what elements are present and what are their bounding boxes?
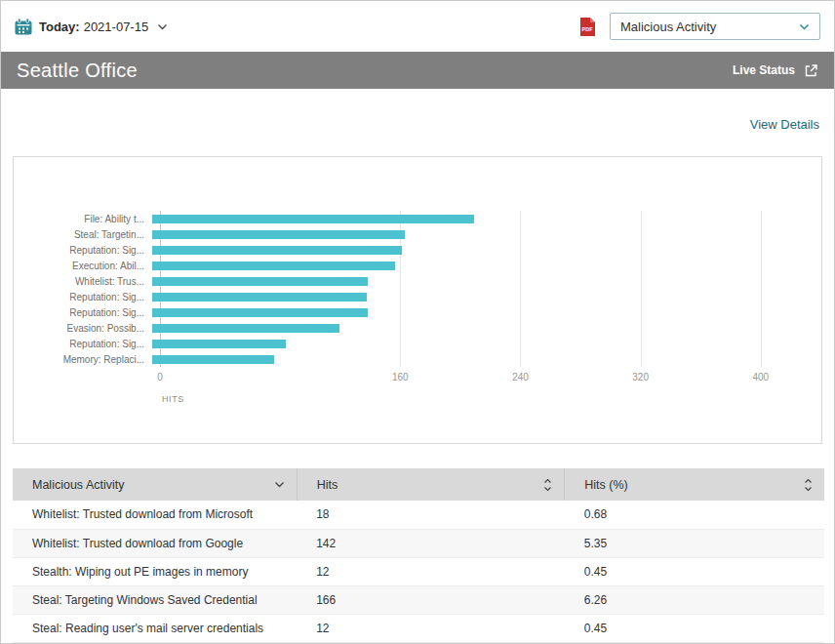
column-header-label: Malicious Activity <box>32 478 124 492</box>
bar-category-label: File: Ability t... <box>14 214 152 224</box>
hits-bar[interactable] <box>152 262 395 270</box>
bar-track <box>152 246 806 255</box>
cell-hits-pct: 5.35 <box>565 529 824 557</box>
x-axis-ticks: 0160240320400 <box>160 372 806 384</box>
pdf-export-icon[interactable]: PDF <box>579 17 596 37</box>
table-row: Whitelist: Trusted download from Google1… <box>13 529 824 557</box>
table-header: Malicious ActivityHitsHits (%) <box>13 468 824 501</box>
cell-hits: 166 <box>297 585 565 614</box>
x-tick-label: 160 <box>392 372 409 382</box>
table-column-header[interactable]: Hits (%) <box>565 468 824 501</box>
office-header: Seattle Office Live Status <box>1 52 834 89</box>
hits-bar[interactable] <box>152 277 368 286</box>
bar-track <box>152 277 806 286</box>
cell-activity: Whitelist: Trusted download from Microso… <box>13 501 297 529</box>
table-row: Whitelist: Trusted download from Microso… <box>13 501 824 529</box>
today-label: Today: <box>39 20 80 34</box>
cell-hits: 142 <box>297 529 565 557</box>
table-row: Stealth: Wiping out PE images in memory1… <box>13 557 824 585</box>
x-axis-label: HITS <box>162 394 184 404</box>
date-value: 2021-07-15 <box>84 20 149 34</box>
chevron-down-icon <box>157 23 168 30</box>
cell-hits-pct: 0.68 <box>565 501 824 529</box>
bar-category-label: Reputation: Sig... <box>14 339 152 349</box>
bar-category-label: Steal: Targetin... <box>14 229 152 240</box>
page-title: Seattle Office <box>17 60 138 82</box>
column-header-label: Hits (%) <box>584 478 627 492</box>
hits-bar-chart-panel: File: Ability t...Steal: Targetin...Repu… <box>13 156 822 444</box>
table-column-header[interactable]: Malicious Activity <box>13 468 297 501</box>
chart-bar-row: Reputation: Sig... <box>14 304 806 320</box>
view-details-link[interactable]: View Details <box>750 117 819 132</box>
bar-track <box>152 340 806 348</box>
calendar-icon <box>15 19 32 35</box>
bar-category-label: Reputation: Sig... <box>14 245 152 256</box>
dashboard-page: Today: 2021-07-15 PDF Malicious Activity <box>0 0 835 644</box>
bar-track <box>152 355 806 364</box>
bar-category-label: Evasion: Possib... <box>14 323 152 334</box>
cell-hits-pct: 0.45 <box>565 614 824 642</box>
x-tick-label: 400 <box>752 372 769 382</box>
column-header-label: Hits <box>317 478 338 492</box>
table-row: Steal: Reading user's mail server creden… <box>13 614 824 642</box>
bar-track <box>152 215 806 223</box>
malicious-activity-table: Malicious ActivityHitsHits (%) Whitelist… <box>13 468 824 643</box>
dropdown-selected-value: Malicious Activity <box>620 20 716 34</box>
hits-bar[interactable] <box>152 293 367 302</box>
hits-bar[interactable] <box>152 246 402 255</box>
chart-bar-row: File: Ability t... <box>14 211 806 226</box>
cell-activity: Whitelist: Trusted download from Google <box>13 529 297 557</box>
hits-bar[interactable] <box>152 324 339 333</box>
bar-category-label: Whitelist: Trus... <box>14 276 152 287</box>
chart-bar-row: Reputation: Sig... <box>14 336 806 351</box>
top-bar: Today: 2021-07-15 PDF Malicious Activity <box>1 1 834 52</box>
x-tick-label: 320 <box>632 372 649 382</box>
x-tick-label: 0 <box>157 372 163 382</box>
table-column-header[interactable]: Hits <box>297 468 565 501</box>
table-header-row: Malicious ActivityHitsHits (%) <box>13 468 824 501</box>
hits-bar[interactable] <box>152 215 474 223</box>
hits-bar[interactable] <box>152 340 286 348</box>
bar-track <box>152 324 806 333</box>
chevron-down-icon <box>799 23 810 30</box>
table-body: Whitelist: Trusted download from Microso… <box>13 501 824 642</box>
bar-category-label: Execution: Abil... <box>14 261 152 271</box>
hits-bar[interactable] <box>152 355 274 364</box>
cell-activity: Stealth: Wiping out PE images in memory <box>13 557 297 585</box>
view-details-row: View Details <box>1 115 819 131</box>
top-bar-right: PDF Malicious Activity <box>579 13 820 40</box>
chart-bar-row: Reputation: Sig... <box>14 289 806 304</box>
external-link-icon <box>804 63 818 78</box>
bar-track <box>152 230 806 239</box>
chart-bar-row: Whitelist: Trus... <box>14 273 806 289</box>
hits-bar[interactable] <box>152 230 405 239</box>
live-status-label: Live Status <box>733 63 795 77</box>
bar-category-label: Reputation: Sig... <box>14 307 152 318</box>
cell-hits-pct: 0.45 <box>565 557 824 585</box>
cell-hits: 12 <box>297 614 565 642</box>
chevron-down-icon[interactable] <box>274 481 285 488</box>
chart-bar-row: Evasion: Possib... <box>14 320 806 336</box>
chart-bar-row: Reputation: Sig... <box>14 242 806 258</box>
chart-bar-row: Memory: Replaci... <box>14 351 806 367</box>
bar-category-label: Memory: Replaci... <box>14 354 152 365</box>
chart-bars: File: Ability t...Steal: Targetin...Repu… <box>14 211 806 367</box>
table-row: Steal: Targeting Windows Saved Credentia… <box>13 585 824 614</box>
sort-both-icon[interactable] <box>543 478 552 492</box>
bar-track <box>152 308 806 317</box>
cell-hits: 18 <box>297 501 565 529</box>
x-tick-label: 240 <box>512 372 529 382</box>
bar-category-label: Reputation: Sig... <box>14 292 152 302</box>
chart-bar-row: Steal: Targetin... <box>14 226 806 242</box>
chart-bar-row: Execution: Abil... <box>14 258 806 273</box>
bar-track <box>152 293 806 302</box>
report-type-dropdown[interactable]: Malicious Activity <box>610 13 820 40</box>
cell-activity: Steal: Targeting Windows Saved Credentia… <box>13 585 297 614</box>
cell-hits-pct: 6.26 <box>565 585 824 614</box>
date-picker[interactable]: Today: 2021-07-15 <box>15 19 168 35</box>
svg-text:PDF: PDF <box>582 26 594 32</box>
live-status-button[interactable]: Live Status <box>733 63 818 78</box>
hits-bar[interactable] <box>152 308 368 317</box>
sort-both-icon[interactable] <box>804 478 813 492</box>
cell-hits: 12 <box>297 557 565 585</box>
